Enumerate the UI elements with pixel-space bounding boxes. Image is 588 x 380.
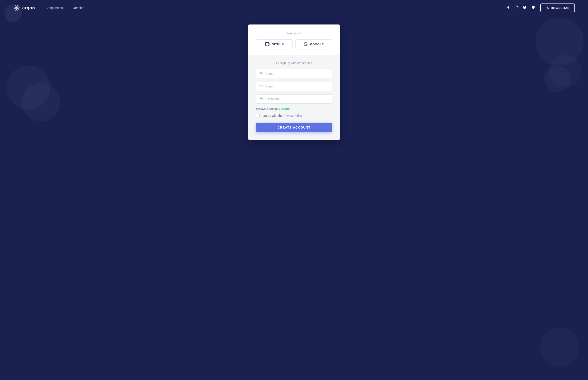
facebook-icon[interactable] xyxy=(506,5,510,11)
password-input-wrapper xyxy=(256,95,332,104)
github-nav-icon[interactable] xyxy=(531,5,535,11)
email-input[interactable] xyxy=(265,85,329,88)
name-input[interactable] xyxy=(265,72,329,76)
password-strength-value: strong xyxy=(281,107,289,110)
email-input-wrapper xyxy=(256,82,332,91)
google-signup-button[interactable]: GOOGLE xyxy=(295,39,332,49)
svg-point-0 xyxy=(16,7,17,9)
github-signup-button[interactable]: GITHUB xyxy=(256,39,293,49)
main-content: Sign up with GITHUB xyxy=(0,16,588,153)
password-strength: password strength: strong xyxy=(256,107,332,110)
password-form-group xyxy=(256,95,332,104)
or-sign-up-text: Or sign up with credentials xyxy=(256,61,332,65)
logo-icon xyxy=(13,4,20,11)
signup-card: Sign up with GITHUB xyxy=(248,24,340,140)
password-input[interactable] xyxy=(265,97,329,101)
instagram-icon[interactable] xyxy=(514,5,518,11)
privacy-policy-link[interactable]: Privacy Policy xyxy=(283,114,303,117)
privacy-checkbox-wrapper: I agree with the Privacy Policy xyxy=(256,114,332,117)
google-button-icon xyxy=(303,42,308,46)
svg-rect-4 xyxy=(515,6,518,9)
download-icon xyxy=(546,6,549,10)
email-form-group xyxy=(256,82,332,91)
sign-up-with-text: Sign up with xyxy=(256,32,332,35)
social-icons xyxy=(506,5,535,11)
svg-point-5 xyxy=(516,7,517,8)
card-bottom: Or sign up with credentials xyxy=(248,55,340,140)
name-input-wrapper xyxy=(256,69,332,78)
card-top: Sign up with GITHUB xyxy=(248,24,340,55)
nav-link-components[interactable]: Components xyxy=(45,6,63,10)
download-label: DOWNLOAD xyxy=(551,6,570,10)
google-button-label: GOOGLE xyxy=(310,43,324,46)
github-button-label: GITHUB xyxy=(272,43,284,46)
social-buttons: GITHUB GOOGLE xyxy=(256,39,332,49)
privacy-label[interactable]: I agree with the Privacy Policy xyxy=(262,114,303,117)
name-icon xyxy=(259,72,263,76)
nav-links: Components Examples xyxy=(45,6,84,10)
logo: argon xyxy=(13,4,35,11)
password-strength-label: password strength: xyxy=(256,107,280,110)
github-button-icon xyxy=(265,42,270,47)
twitter-icon[interactable] xyxy=(523,5,527,11)
agree-text: I agree with the xyxy=(262,114,283,117)
svg-point-6 xyxy=(517,6,518,7)
navbar: argon Components Examples xyxy=(0,0,588,16)
svg-rect-8 xyxy=(260,98,262,100)
download-button[interactable]: DOWNLOAD xyxy=(540,3,575,12)
email-icon xyxy=(259,84,263,89)
password-icon xyxy=(259,97,263,101)
privacy-checkbox[interactable] xyxy=(256,114,259,117)
nav-link-examples[interactable]: Examples xyxy=(71,6,84,10)
logo-text: argon xyxy=(22,5,35,11)
name-form-group xyxy=(256,69,332,78)
create-account-button[interactable]: CREATE ACCOUNT xyxy=(256,123,332,132)
